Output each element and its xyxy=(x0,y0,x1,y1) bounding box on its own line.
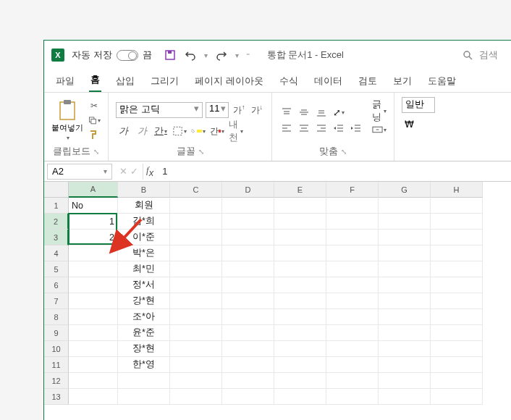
cell[interactable] xyxy=(379,245,431,261)
cell[interactable] xyxy=(69,245,118,261)
tab-layout[interactable]: 페이지 레이아웃 xyxy=(193,70,265,92)
cell[interactable] xyxy=(431,341,483,357)
cell[interactable] xyxy=(379,325,431,341)
cell[interactable] xyxy=(326,277,379,293)
cell[interactable] xyxy=(379,389,431,405)
column-header[interactable]: C xyxy=(170,182,222,198)
cell[interactable]: 조*아 xyxy=(118,309,170,325)
formula-bar[interactable]: 1 xyxy=(156,164,511,180)
row-header[interactable]: 1 xyxy=(44,198,69,214)
column-header[interactable]: B xyxy=(118,182,170,198)
cell[interactable] xyxy=(170,198,222,214)
align-middle-icon[interactable] xyxy=(297,106,311,119)
row-header[interactable]: 9 xyxy=(44,325,69,341)
cell[interactable] xyxy=(170,309,222,325)
cell[interactable] xyxy=(222,261,274,277)
cell[interactable] xyxy=(69,277,118,293)
chevron-down-icon[interactable]: ▾ xyxy=(235,51,239,59)
underline-button[interactable]: 간▾ xyxy=(153,124,168,138)
cell[interactable] xyxy=(274,373,326,389)
cell[interactable] xyxy=(379,198,431,214)
cell[interactable] xyxy=(379,309,431,325)
cell[interactable] xyxy=(69,373,118,389)
row-header[interactable]: 6 xyxy=(44,277,69,293)
cell[interactable] xyxy=(274,357,326,373)
tab-draw[interactable]: 그리기 xyxy=(149,70,180,92)
cell[interactable] xyxy=(274,261,326,277)
cell[interactable] xyxy=(222,198,274,214)
cell[interactable] xyxy=(274,198,326,214)
chevron-down-icon[interactable]: ▾ xyxy=(104,167,107,175)
chevron-down-icon[interactable]: ▾ xyxy=(204,51,208,59)
column-header[interactable]: A xyxy=(69,182,118,198)
row-header[interactable]: 2 xyxy=(44,214,69,230)
row-header[interactable]: 11 xyxy=(44,357,69,373)
cell[interactable] xyxy=(431,245,483,261)
cell[interactable] xyxy=(222,293,274,309)
cell[interactable]: 장*현 xyxy=(118,341,170,357)
tab-insert[interactable]: 삽입 xyxy=(114,70,136,92)
cell[interactable] xyxy=(431,293,483,309)
column-header[interactable]: G xyxy=(379,182,431,198)
format-painter-icon[interactable] xyxy=(88,129,101,140)
cell[interactable] xyxy=(326,230,379,245)
cell[interactable] xyxy=(170,261,222,277)
cell[interactable] xyxy=(379,230,431,245)
tab-help[interactable]: 도움말 xyxy=(426,70,457,92)
row-header[interactable]: 4 xyxy=(44,245,69,261)
cell[interactable] xyxy=(69,357,118,373)
align-bottom-icon[interactable] xyxy=(314,106,329,119)
autosave-toggle[interactable]: 자동 저장 끔 xyxy=(72,49,152,62)
row-header[interactable]: 10 xyxy=(44,341,69,357)
align-top-icon[interactable] xyxy=(279,106,294,119)
cell[interactable] xyxy=(431,230,483,245)
cell[interactable] xyxy=(222,373,274,389)
cell[interactable] xyxy=(222,341,274,357)
font-name-select[interactable]: 맑은 고딕 ▾ xyxy=(116,102,203,118)
cell[interactable] xyxy=(222,277,274,293)
cell[interactable]: No xyxy=(69,198,118,214)
sort-button[interactable]: 긁닝▾ xyxy=(372,104,387,118)
cell[interactable] xyxy=(274,341,326,357)
cell[interactable] xyxy=(379,214,431,230)
cell[interactable] xyxy=(326,309,379,325)
cell[interactable] xyxy=(274,325,326,341)
row-header[interactable]: 3 xyxy=(44,230,69,245)
cell[interactable] xyxy=(326,245,379,261)
decrease-font-icon[interactable]: 가↓ xyxy=(250,104,265,117)
font-size-select[interactable]: 11▾ xyxy=(206,102,229,118)
merge-icon[interactable]: ▾ xyxy=(372,122,387,137)
bold-button[interactable]: 가 xyxy=(116,124,130,138)
cell[interactable] xyxy=(222,389,274,405)
cancel-formula-icon[interactable]: ✕ xyxy=(119,166,127,177)
cell[interactable] xyxy=(222,309,274,325)
cell[interactable] xyxy=(379,277,431,293)
increase-indent-icon[interactable] xyxy=(349,122,363,135)
search-box[interactable]: 검색 xyxy=(456,46,504,64)
cell[interactable] xyxy=(222,214,274,230)
cell[interactable]: 정*서 xyxy=(118,277,170,293)
cell[interactable] xyxy=(431,373,483,389)
cell[interactable] xyxy=(274,214,326,230)
cell[interactable] xyxy=(69,293,118,309)
name-box[interactable]: A2 ▾ xyxy=(47,164,112,180)
column-header[interactable]: H xyxy=(431,182,483,198)
align-right-icon[interactable] xyxy=(314,122,329,135)
cell[interactable] xyxy=(379,357,431,373)
cell[interactable] xyxy=(431,357,483,373)
cell[interactable] xyxy=(170,389,222,405)
align-center-icon[interactable] xyxy=(297,122,311,135)
cell[interactable] xyxy=(431,261,483,277)
cell[interactable] xyxy=(170,341,222,357)
cell[interactable] xyxy=(379,341,431,357)
column-header[interactable]: E xyxy=(274,182,326,198)
cell[interactable] xyxy=(326,325,379,341)
cell[interactable] xyxy=(170,245,222,261)
cell[interactable] xyxy=(222,245,274,261)
column-header[interactable]: D xyxy=(222,182,274,198)
cell[interactable]: 회원 xyxy=(118,198,170,214)
cell-area[interactable]: No회원1김*희2이*준박*은최*민정*서강*현조*아윤*준장*현한*영 xyxy=(69,198,511,405)
tab-view[interactable]: 보기 xyxy=(392,70,413,92)
cell[interactable] xyxy=(170,325,222,341)
cell[interactable] xyxy=(170,293,222,309)
